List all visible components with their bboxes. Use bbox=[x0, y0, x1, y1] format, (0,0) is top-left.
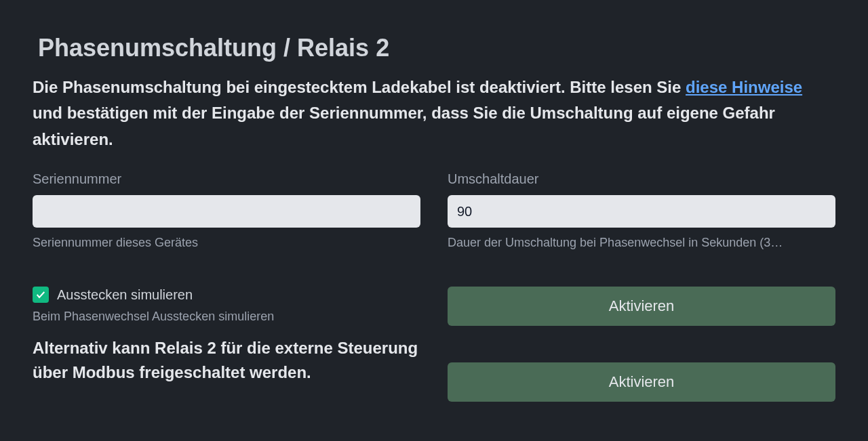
description-text-after: und bestätigen mit der Eingabe der Serie… bbox=[33, 104, 775, 148]
description-text-before: Die Phasenumschaltung bei eingestecktem … bbox=[33, 78, 686, 96]
simulate-unplug-help: Beim Phasenwechsel Ausstecken simulieren bbox=[33, 310, 420, 324]
duration-help: Dauer der Umschaltung bei Phasenwechsel … bbox=[448, 236, 835, 250]
activate-phase-button[interactable]: Aktivieren bbox=[448, 287, 835, 326]
simulate-unplug-checkbox[interactable] bbox=[33, 287, 49, 303]
simulate-unplug-label: Ausstecken simulieren bbox=[57, 287, 193, 303]
simulate-unplug-row: Ausstecken simulieren bbox=[33, 287, 420, 303]
serial-column: Seriennummer Seriennummer dieses Gerätes… bbox=[33, 171, 420, 402]
hints-link[interactable]: diese Hinweise bbox=[686, 78, 802, 96]
serial-help: Seriennummer dieses Gerätes bbox=[33, 236, 420, 250]
check-icon bbox=[35, 289, 46, 300]
duration-input[interactable] bbox=[448, 195, 835, 228]
phase-switch-description: Die Phasenumschaltung bei eingestecktem … bbox=[33, 75, 835, 152]
activate-modbus-button[interactable]: Aktivieren bbox=[448, 362, 835, 402]
page-title: Phasenumschaltung / Relais 2 bbox=[38, 34, 835, 62]
serial-input[interactable] bbox=[33, 195, 420, 228]
duration-label: Umschaltdauer bbox=[448, 171, 835, 187]
form-row: Seriennummer Seriennummer dieses Gerätes… bbox=[33, 171, 835, 402]
duration-column: Umschaltdauer Dauer der Umschaltung bei … bbox=[448, 171, 835, 402]
serial-label: Seriennummer bbox=[33, 171, 420, 187]
modbus-description: Alternativ kann Relais 2 für die externe… bbox=[33, 336, 420, 385]
